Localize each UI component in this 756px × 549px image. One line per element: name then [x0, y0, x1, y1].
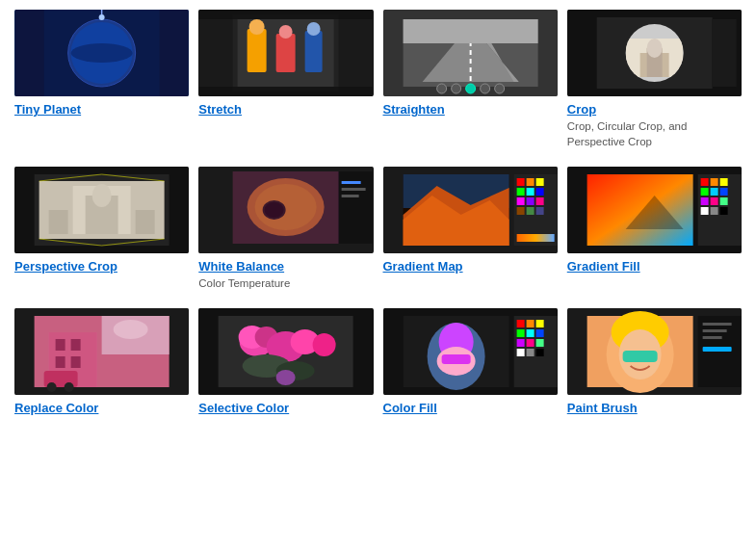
svg-rect-69: [526, 178, 534, 186]
svg-rect-136: [535, 339, 543, 347]
svg-rect-38: [712, 19, 736, 87]
feature-title-straighten[interactable]: Straighten: [383, 102, 558, 117]
svg-rect-149: [702, 336, 721, 339]
svg-point-107: [65, 382, 74, 392]
svg-rect-126: [441, 354, 470, 364]
svg-rect-132: [526, 329, 534, 337]
thumbnail-stretch: [198, 10, 373, 96]
feature-title-stretch[interactable]: Stretch: [198, 102, 373, 117]
svg-point-16: [307, 22, 321, 36]
svg-rect-133: [535, 329, 543, 337]
svg-rect-86: [710, 178, 717, 186]
thumbnail-perspective-crop: [14, 167, 189, 253]
svg-rect-137: [516, 349, 524, 356]
svg-rect-45: [49, 210, 68, 234]
svg-point-117: [313, 333, 336, 356]
svg-rect-134: [516, 339, 524, 347]
thumbnail-tiny-planet: [14, 10, 189, 96]
svg-rect-77: [516, 207, 524, 215]
svg-rect-139: [535, 349, 543, 356]
svg-rect-92: [710, 197, 717, 205]
thumbnail-white-balance: [198, 167, 373, 253]
svg-point-25: [436, 84, 446, 93]
svg-rect-148: [702, 329, 726, 332]
svg-rect-88: [700, 188, 708, 196]
feature-title-crop[interactable]: Crop: [567, 102, 742, 117]
feature-title-color-fill[interactable]: Color Fill: [383, 401, 558, 415]
svg-rect-80: [516, 234, 554, 242]
svg-rect-78: [526, 207, 534, 215]
svg-point-28: [480, 84, 489, 93]
feature-grid: Tiny Planet Stretch: [14, 10, 742, 417]
svg-rect-74: [516, 197, 524, 205]
svg-rect-6: [15, 10, 44, 96]
svg-rect-15: [305, 31, 323, 72]
svg-point-106: [47, 382, 57, 392]
svg-rect-94: [700, 207, 708, 215]
feature-item-crop[interactable]: CropCrop, Circular Crop, and Perspective…: [567, 10, 742, 149]
svg-rect-68: [516, 178, 524, 186]
svg-rect-101: [56, 339, 65, 351]
svg-rect-150: [702, 347, 731, 352]
svg-rect-75: [526, 197, 534, 205]
svg-rect-95: [710, 207, 717, 215]
svg-rect-128: [516, 320, 524, 327]
svg-rect-72: [526, 188, 534, 196]
svg-rect-60: [342, 195, 359, 197]
feature-desc-crop: Crop, Circular Crop, and Perspective Cro…: [567, 118, 742, 149]
svg-rect-91: [700, 197, 708, 205]
svg-rect-135: [526, 339, 534, 347]
svg-rect-85: [700, 178, 708, 186]
svg-rect-76: [535, 197, 543, 205]
svg-rect-59: [342, 188, 366, 191]
thumbnail-replace-color: [14, 308, 189, 395]
thumbnail-selective-color: [198, 308, 373, 395]
feature-item-selective-color[interactable]: Selective Color: [198, 308, 373, 417]
feature-title-tiny-planet[interactable]: Tiny Planet: [14, 102, 189, 117]
feature-title-gradient-fill[interactable]: Gradient Fill: [567, 259, 742, 274]
svg-rect-104: [71, 356, 81, 368]
svg-rect-7: [160, 10, 189, 96]
svg-rect-71: [516, 188, 524, 196]
feature-title-perspective-crop[interactable]: Perspective Crop: [14, 259, 189, 274]
svg-rect-79: [535, 207, 543, 215]
feature-item-paint-brush[interactable]: Paint Brush: [567, 308, 742, 417]
svg-rect-96: [719, 207, 727, 215]
svg-rect-46: [136, 210, 155, 234]
feature-title-gradient-map[interactable]: Gradient Map: [383, 259, 558, 274]
svg-point-29: [494, 84, 504, 93]
svg-rect-89: [710, 188, 717, 196]
feature-item-tiny-planet[interactable]: Tiny Planet: [14, 10, 189, 149]
feature-item-gradient-map[interactable]: Gradient Map: [383, 167, 558, 291]
feature-item-gradient-fill[interactable]: Gradient Fill: [567, 167, 742, 291]
svg-rect-82: [587, 174, 692, 246]
svg-point-27: [465, 84, 475, 93]
svg-rect-24: [403, 19, 537, 43]
feature-title-selective-color[interactable]: Selective Color: [198, 401, 373, 415]
svg-point-5: [99, 14, 105, 20]
feature-title-white-balance[interactable]: White Balance: [198, 259, 373, 274]
feature-title-replace-color[interactable]: Replace Color: [14, 401, 189, 415]
svg-rect-17: [199, 10, 373, 19]
feature-item-perspective-crop[interactable]: Perspective Crop: [14, 167, 189, 291]
feature-item-replace-color[interactable]: Replace Color: [14, 308, 189, 417]
feature-item-color-fill[interactable]: Color Fill: [383, 308, 558, 417]
svg-rect-18: [199, 87, 373, 96]
svg-point-3: [71, 43, 133, 63]
svg-rect-61: [233, 171, 339, 244]
svg-point-120: [276, 370, 296, 385]
feature-title-paint-brush[interactable]: Paint Brush: [567, 401, 742, 415]
svg-point-12: [249, 19, 265, 35]
svg-rect-13: [276, 34, 296, 72]
svg-rect-103: [56, 356, 65, 368]
feature-item-white-balance[interactable]: White BalanceColor Temperature: [198, 167, 373, 291]
svg-rect-138: [526, 349, 534, 356]
svg-rect-11: [248, 29, 267, 72]
svg-rect-147: [702, 323, 731, 326]
svg-rect-70: [535, 178, 543, 186]
svg-rect-90: [719, 188, 727, 196]
feature-item-stretch[interactable]: Stretch: [198, 10, 373, 149]
feature-item-straighten[interactable]: Straighten: [383, 10, 558, 149]
svg-rect-130: [535, 320, 543, 327]
thumbnail-paint-brush: [567, 308, 742, 395]
